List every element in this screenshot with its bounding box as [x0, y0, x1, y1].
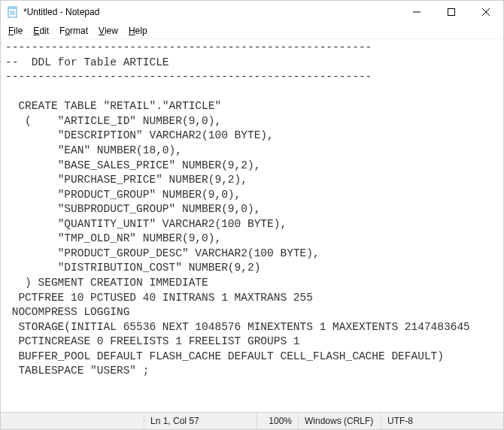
- svg-rect-6: [448, 9, 455, 16]
- status-encoding: UTF-8: [381, 413, 503, 429]
- menubar: File Edit Format View Help: [1, 23, 503, 38]
- svg-rect-1: [8, 7, 17, 9]
- titlebar: *Untitled - Notepad: [1, 1, 503, 23]
- menu-edit[interactable]: Edit: [29, 25, 53, 37]
- window-controls: [399, 1, 503, 23]
- minimize-button[interactable]: [399, 1, 434, 23]
- menu-file[interactable]: File: [4, 25, 27, 37]
- statusbar: Ln 1, Col 57 100% Windows (CRLF) UTF-8: [1, 412, 503, 429]
- close-button[interactable]: [469, 1, 503, 23]
- menu-view[interactable]: View: [94, 25, 123, 37]
- maximize-button[interactable]: [434, 1, 469, 23]
- menu-format[interactable]: Format: [55, 25, 93, 37]
- status-position: Ln 1, Col 57: [144, 413, 257, 429]
- notepad-window: *Untitled - Notepad File Edit Format Vie…: [0, 0, 504, 430]
- status-line-ending: Windows (CRLF): [298, 413, 381, 429]
- status-zoom: 100%: [257, 413, 298, 429]
- window-title: *Untitled - Notepad: [23, 7, 399, 17]
- notepad-icon: [7, 6, 19, 18]
- menu-help[interactable]: Help: [124, 25, 152, 37]
- status-spacer: [1, 413, 144, 429]
- text-editor[interactable]: ----------------------------------------…: [1, 38, 503, 412]
